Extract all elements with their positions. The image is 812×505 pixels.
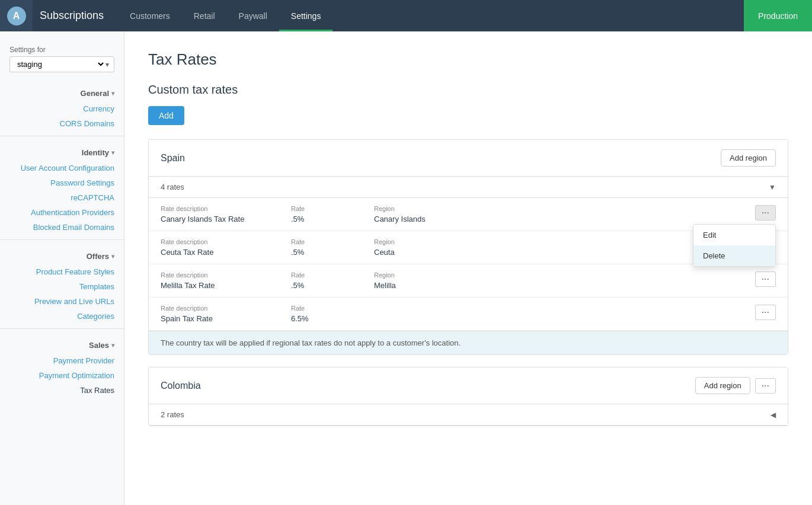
sidebar-item-categories[interactable]: Categories: [0, 309, 124, 324]
logo: A: [0, 0, 33, 31]
main-content: Tax Rates Custom tax rates Add Spain Add…: [124, 31, 812, 505]
top-navigation: A Subscriptions Customers Retail Paywall…: [0, 0, 812, 31]
country-name-spain: Spain: [161, 153, 185, 164]
sidebar-item-cors-domains[interactable]: CORS Domains: [0, 116, 124, 131]
rates-count-colombia: 2 rates ◀: [149, 404, 788, 426]
sidebar-item-blocked-email-domains[interactable]: Blocked Email Domains: [0, 220, 124, 235]
production-button[interactable]: Production: [744, 0, 812, 31]
divider-3: [0, 328, 124, 329]
identity-chevron-icon: ▾: [111, 149, 114, 156]
rate-actions: ··· Edit Delete: [755, 205, 776, 220]
settings-for-label: Settings for staging production ▾: [0, 41, 124, 82]
select-chevron-icon: ▾: [106, 60, 109, 69]
sidebar-section-sales[interactable]: Sales ▾: [0, 334, 124, 353]
sidebar-item-authentication-providers[interactable]: Authentication Providers: [0, 205, 124, 220]
sales-chevron-icon: ▾: [111, 342, 114, 349]
add-region-button-spain[interactable]: Add region: [721, 149, 776, 167]
page-title: Tax Rates: [148, 50, 788, 69]
rate-rate-col: Rate .5%: [291, 205, 374, 223]
table-row: Rate description Ceuta Tax Rate Rate .5%…: [149, 231, 788, 264]
sidebar-item-product-feature-styles[interactable]: Product Feature Styles: [0, 264, 124, 279]
rate-actions: ···: [755, 271, 776, 287]
divider-1: [0, 136, 124, 136]
rate-menu-button-melilla[interactable]: ···: [755, 271, 776, 287]
rate-menu-button-canary[interactable]: ···: [755, 205, 776, 220]
dropdown-delete[interactable]: Delete: [693, 245, 775, 266]
rate-menu-button-spain[interactable]: ···: [755, 305, 776, 320]
rate-description-col: Rate description Melilla Tax Rate: [161, 271, 291, 290]
dropdown-edit[interactable]: Edit: [693, 225, 775, 245]
nav-paywall[interactable]: Paywall: [227, 0, 279, 31]
table-row: Rate description Spain Tax Rate Rate 6.5…: [149, 298, 788, 331]
rate-description-col: Rate description Canary Islands Tax Rate: [161, 205, 291, 223]
nav-links: Customers Retail Paywall Settings: [118, 0, 744, 31]
section-title: Custom tax rates: [148, 83, 788, 97]
offers-chevron-icon: ▾: [111, 253, 114, 260]
table-row: Rate description Melilla Tax Rate Rate .…: [149, 264, 788, 298]
rate-region-col: [374, 305, 755, 307]
nav-customers[interactable]: Customers: [118, 0, 182, 31]
sidebar-item-user-account-configuration[interactable]: User Account Configuration: [0, 161, 124, 175]
sidebar-item-recaptcha[interactable]: reCAPTCHA: [0, 190, 124, 205]
rate-region-col: Region Melilla: [374, 271, 755, 290]
environment-selector[interactable]: staging production ▾: [9, 56, 114, 72]
nav-retail[interactable]: Retail: [182, 0, 227, 31]
sidebar-item-password-settings[interactable]: Password Settings: [0, 175, 124, 190]
rate-rate-col: Rate 6.5%: [291, 305, 374, 323]
country-header-colombia: Colombia Add region ···: [149, 367, 788, 404]
rates-count-spain: 4 rates ▼: [149, 177, 788, 198]
rate-description-col: Rate description Ceuta Tax Rate: [161, 238, 291, 257]
country-name-colombia: Colombia: [161, 381, 201, 391]
add-button[interactable]: Add: [148, 106, 184, 125]
expand-colombia-icon[interactable]: ◀: [771, 411, 776, 419]
sidebar-section-identity[interactable]: Identity ▾: [0, 141, 124, 161]
rate-region-col: Region Canary Islands: [374, 205, 755, 223]
rate-description-col: Rate description Spain Tax Rate: [161, 305, 291, 323]
rate-dropdown-menu: Edit Delete: [693, 224, 776, 267]
rate-rate-col: Rate .5%: [291, 238, 374, 257]
sidebar-item-tax-rates[interactable]: Tax Rates: [0, 383, 124, 398]
logo-icon: A: [7, 7, 26, 25]
table-row: Rate description Canary Islands Tax Rate…: [149, 198, 788, 231]
sidebar-item-templates[interactable]: Templates: [0, 279, 124, 294]
sidebar-section-general[interactable]: General ▾: [0, 82, 124, 101]
sidebar-item-currency[interactable]: Currency: [0, 101, 124, 116]
main-layout: Settings for staging production ▾ Genera…: [0, 31, 812, 505]
add-region-button-colombia[interactable]: Add region: [695, 377, 750, 394]
divider-2: [0, 239, 124, 240]
rate-actions: ···: [755, 305, 776, 320]
expand-spain-icon[interactable]: ▼: [769, 183, 776, 191]
sidebar: Settings for staging production ▾ Genera…: [0, 31, 124, 505]
country-header-spain: Spain Add region: [149, 140, 788, 177]
sidebar-item-preview-live-urls[interactable]: Preview and Live URLs: [0, 294, 124, 309]
colombia-menu-button[interactable]: ···: [755, 378, 776, 394]
nav-settings[interactable]: Settings: [279, 0, 333, 31]
country-card-colombia: Colombia Add region ··· 2 rates ◀: [148, 367, 788, 426]
info-banner-spain: The country tax will be applied if regio…: [149, 331, 788, 354]
sidebar-section-offers[interactable]: Offers ▾: [0, 245, 124, 264]
environment-select[interactable]: staging production: [15, 59, 106, 69]
country-card-spain: Spain Add region 4 rates ▼ Rate descript…: [148, 139, 788, 355]
general-chevron-icon: ▾: [111, 90, 114, 97]
sidebar-item-payment-provider[interactable]: Payment Provider: [0, 353, 124, 368]
sidebar-item-payment-optimization[interactable]: Payment Optimization: [0, 368, 124, 383]
app-title: Subscriptions: [33, 9, 118, 22]
rate-rate-col: Rate .5%: [291, 271, 374, 290]
